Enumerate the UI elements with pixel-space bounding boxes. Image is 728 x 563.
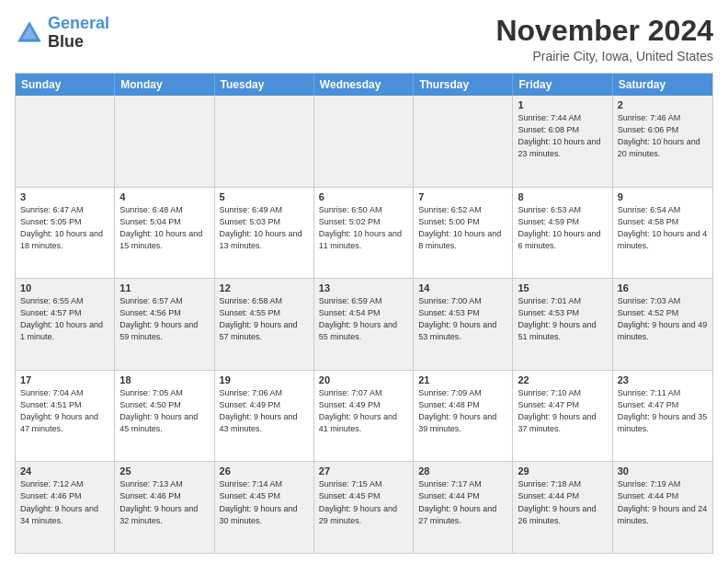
calendar-row-1: 3Sunrise: 6:47 AM Sunset: 5:05 PM Daylig… [16,187,712,279]
day-info: Sunrise: 7:44 AM Sunset: 6:08 PM Dayligh… [518,112,607,160]
day-info: Sunrise: 6:48 AM Sunset: 5:04 PM Dayligh… [119,204,209,252]
day-cell-10: 10Sunrise: 6:55 AM Sunset: 4:57 PM Dayli… [16,279,115,370]
day-info: Sunrise: 6:57 AM Sunset: 4:56 PM Dayligh… [119,295,209,343]
day-cell-15: 15Sunrise: 7:01 AM Sunset: 4:53 PM Dayli… [513,279,612,370]
day-cell-25: 25Sunrise: 7:13 AM Sunset: 4:46 PM Dayli… [115,462,214,553]
day-number: 28 [418,465,507,477]
day-cell-14: 14Sunrise: 7:00 AM Sunset: 4:53 PM Dayli… [414,279,513,370]
day-info: Sunrise: 6:53 AM Sunset: 4:59 PM Dayligh… [518,204,607,252]
day-info: Sunrise: 7:18 AM Sunset: 4:44 PM Dayligh… [518,478,607,526]
day-info: Sunrise: 6:54 AM Sunset: 4:58 PM Dayligh… [618,204,708,252]
day-number: 16 [618,282,708,293]
header-day-friday: Friday [513,74,612,96]
day-number: 5 [220,191,309,202]
day-info: Sunrise: 7:19 AM Sunset: 4:44 PM Dayligh… [618,478,708,526]
day-cell-16: 16Sunrise: 7:03 AM Sunset: 4:52 PM Dayli… [613,279,712,370]
day-number: 20 [319,374,408,385]
calendar-row-4: 24Sunrise: 7:12 AM Sunset: 4:46 PM Dayli… [16,461,712,553]
day-cell-20: 20Sunrise: 7:07 AM Sunset: 4:49 PM Dayli… [314,371,414,462]
day-cell-11: 11Sunrise: 6:57 AM Sunset: 4:56 PM Dayli… [115,279,214,370]
day-info: Sunrise: 6:55 AM Sunset: 4:57 PM Dayligh… [20,295,109,343]
day-info: Sunrise: 7:11 AM Sunset: 4:47 PM Dayligh… [618,387,708,435]
day-cell-6: 6Sunrise: 6:50 AM Sunset: 5:02 PM Daylig… [314,188,414,279]
header: General Blue November 2024 Prairie City,… [15,15,713,63]
day-number: 2 [618,99,708,110]
day-info: Sunrise: 7:06 AM Sunset: 4:49 PM Dayligh… [220,387,309,435]
day-cell-28: 28Sunrise: 7:17 AM Sunset: 4:44 PM Dayli… [414,462,513,553]
day-number: 29 [518,465,607,477]
day-info: Sunrise: 7:00 AM Sunset: 4:53 PM Dayligh… [418,295,507,343]
day-number: 13 [319,282,408,293]
calendar-row-0: 1Sunrise: 7:44 AM Sunset: 6:08 PM Daylig… [16,96,712,187]
day-cell-24: 24Sunrise: 7:12 AM Sunset: 4:46 PM Dayli… [16,462,115,553]
day-info: Sunrise: 7:13 AM Sunset: 4:46 PM Dayligh… [119,478,209,526]
day-number: 19 [220,374,309,385]
day-number: 26 [220,465,309,477]
day-number: 9 [618,191,708,202]
day-info: Sunrise: 6:59 AM Sunset: 4:54 PM Dayligh… [319,295,408,343]
header-day-tuesday: Tuesday [215,74,314,96]
day-info: Sunrise: 7:46 AM Sunset: 6:06 PM Dayligh… [618,112,708,160]
day-info: Sunrise: 7:05 AM Sunset: 4:50 PM Dayligh… [119,387,209,435]
day-number: 11 [119,282,209,293]
day-number: 22 [518,374,607,385]
day-cell-27: 27Sunrise: 7:15 AM Sunset: 4:45 PM Dayli… [314,462,414,553]
subtitle: Prairie City, Iowa, United States [495,49,713,63]
day-cell-2: 2Sunrise: 7:46 AM Sunset: 6:06 PM Daylig… [613,96,712,187]
day-number: 27 [319,465,408,477]
day-cell-30: 30Sunrise: 7:19 AM Sunset: 4:44 PM Dayli… [613,462,712,553]
header-day-saturday: Saturday [613,74,712,96]
empty-cell [16,96,115,187]
day-info: Sunrise: 6:49 AM Sunset: 5:03 PM Dayligh… [220,204,309,252]
calendar-row-3: 17Sunrise: 7:04 AM Sunset: 4:51 PM Dayli… [16,370,712,462]
calendar-body: 1Sunrise: 7:44 AM Sunset: 6:08 PM Daylig… [16,96,712,553]
day-cell-7: 7Sunrise: 6:52 AM Sunset: 5:00 PM Daylig… [414,188,513,279]
day-number: 23 [618,374,708,385]
day-number: 25 [119,465,209,477]
month-title: November 2024 [495,15,713,47]
calendar-header: SundayMondayTuesdayWednesdayThursdayFrid… [16,74,712,96]
day-info: Sunrise: 6:52 AM Sunset: 5:00 PM Dayligh… [418,204,507,252]
day-number: 21 [418,374,507,385]
empty-cell [414,96,513,187]
day-number: 17 [20,374,109,385]
day-number: 1 [518,99,607,110]
day-number: 14 [418,282,507,293]
day-cell-18: 18Sunrise: 7:05 AM Sunset: 4:50 PM Dayli… [115,371,214,462]
day-info: Sunrise: 7:14 AM Sunset: 4:45 PM Dayligh… [220,478,309,526]
day-info: Sunrise: 7:10 AM Sunset: 4:47 PM Dayligh… [518,387,607,435]
title-block: November 2024 Prairie City, Iowa, United… [495,15,713,63]
day-info: Sunrise: 6:47 AM Sunset: 5:05 PM Dayligh… [20,204,109,252]
day-info: Sunrise: 7:12 AM Sunset: 4:46 PM Dayligh… [20,478,109,526]
day-cell-23: 23Sunrise: 7:11 AM Sunset: 4:47 PM Dayli… [613,371,712,462]
header-day-sunday: Sunday [16,74,115,96]
calendar: SundayMondayTuesdayWednesdayThursdayFrid… [15,73,713,554]
day-info: Sunrise: 7:03 AM Sunset: 4:52 PM Dayligh… [618,295,708,343]
day-cell-13: 13Sunrise: 6:59 AM Sunset: 4:54 PM Dayli… [314,279,414,370]
day-cell-12: 12Sunrise: 6:58 AM Sunset: 4:55 PM Dayli… [215,279,314,370]
day-number: 3 [20,191,109,202]
page: General Blue November 2024 Prairie City,… [0,0,728,563]
day-number: 4 [119,191,209,202]
day-number: 10 [20,282,109,293]
day-cell-3: 3Sunrise: 6:47 AM Sunset: 5:05 PM Daylig… [16,188,115,279]
day-cell-29: 29Sunrise: 7:18 AM Sunset: 4:44 PM Dayli… [513,462,612,553]
day-info: Sunrise: 7:15 AM Sunset: 4:45 PM Dayligh… [319,478,408,526]
day-number: 12 [220,282,309,293]
header-day-thursday: Thursday [414,74,513,96]
day-cell-8: 8Sunrise: 6:53 AM Sunset: 4:59 PM Daylig… [513,188,612,279]
day-cell-22: 22Sunrise: 7:10 AM Sunset: 4:47 PM Dayli… [513,371,612,462]
day-info: Sunrise: 7:01 AM Sunset: 4:53 PM Dayligh… [518,295,607,343]
day-info: Sunrise: 7:04 AM Sunset: 4:51 PM Dayligh… [20,387,109,435]
logo: General Blue [15,15,109,52]
day-cell-26: 26Sunrise: 7:14 AM Sunset: 4:45 PM Dayli… [215,462,314,553]
day-number: 15 [518,282,607,293]
day-info: Sunrise: 6:50 AM Sunset: 5:02 PM Dayligh… [319,204,408,252]
day-cell-19: 19Sunrise: 7:06 AM Sunset: 4:49 PM Dayli… [215,371,314,462]
day-cell-4: 4Sunrise: 6:48 AM Sunset: 5:04 PM Daylig… [115,188,214,279]
day-number: 7 [418,191,507,202]
day-info: Sunrise: 7:09 AM Sunset: 4:48 PM Dayligh… [418,387,507,435]
day-number: 18 [119,374,209,385]
day-info: Sunrise: 7:17 AM Sunset: 4:44 PM Dayligh… [418,478,507,526]
day-info: Sunrise: 7:07 AM Sunset: 4:49 PM Dayligh… [319,387,408,435]
